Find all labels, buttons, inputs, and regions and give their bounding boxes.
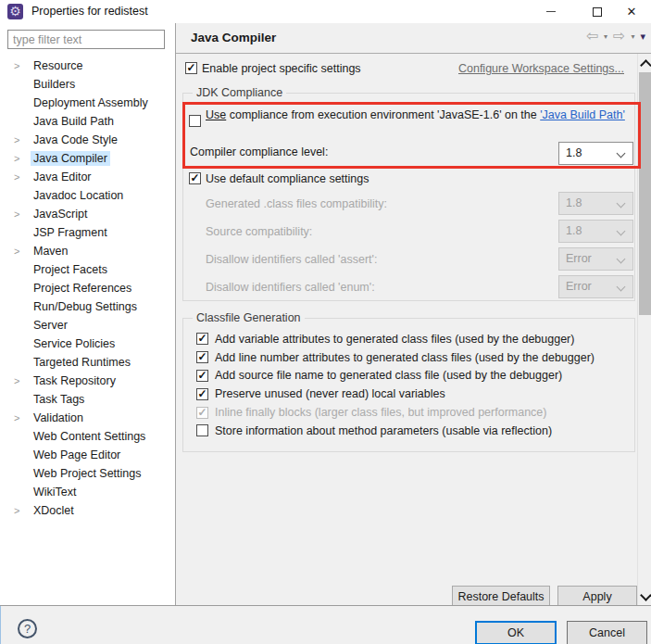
classfile-option-inline-finally-blocks-larger-class-files: ✓Inline finally blocks (larger class fil… xyxy=(196,403,632,422)
sidebar-item-web-page-editor[interactable]: >Web Page Editor xyxy=(0,446,175,464)
sidebar-item-run-debug-settings[interactable]: >Run/Debug Settings xyxy=(0,297,175,316)
classfile-option-checkbox[interactable]: ✓ xyxy=(196,388,208,400)
close-button[interactable]: ✕ xyxy=(612,0,651,23)
sidebar-item-project-references[interactable]: >Project References xyxy=(0,279,175,297)
classfile-option-label: Store information about method parameter… xyxy=(215,424,552,437)
sidebar-item-project-facets[interactable]: >Project Facets xyxy=(0,260,175,279)
scrollbar-thumb[interactable] xyxy=(639,72,651,315)
java-build-path-link[interactable]: 'Java Build Path' xyxy=(540,108,625,121)
sidebar-item-builders[interactable]: >Builders xyxy=(0,75,175,94)
sidebar-item-web-project-settings[interactable]: >Web Project Settings xyxy=(0,464,175,483)
use-compliance-checkbox[interactable] xyxy=(189,115,201,127)
sidebar-item-label: Web Content Settings xyxy=(31,429,148,444)
sidebar-item-task-repository[interactable]: >Task Repository xyxy=(0,372,175,390)
sidebar-item-java-code-style[interactable]: >Java Code Style xyxy=(0,131,175,149)
sidebar-item-service-policies[interactable]: >Service Policies xyxy=(0,335,175,353)
sidebar-item-resource[interactable]: >Resource xyxy=(0,57,175,75)
classfile-option-checkbox[interactable]: ✓ xyxy=(196,333,208,345)
ok-button[interactable]: OK xyxy=(475,621,557,644)
compliance-row-value: 1.8 xyxy=(566,224,582,237)
compliance-row-label: Source compatibility: xyxy=(206,225,312,238)
compliance-row-value: Error xyxy=(566,252,592,265)
expand-chevron-icon[interactable]: > xyxy=(14,60,31,71)
sidebar-item-targeted-runtimes[interactable]: >Targeted Runtimes xyxy=(0,353,175,372)
expand-chevron-icon[interactable]: > xyxy=(14,208,31,220)
expand-chevron-icon[interactable]: > xyxy=(14,134,31,145)
sidebar-item-label: Web Project Settings xyxy=(31,466,144,481)
expand-chevron-icon[interactable]: > xyxy=(14,246,31,257)
sidebar-item-wikitext[interactable]: >WikiText xyxy=(0,483,175,501)
sidebar-item-jsp-fragment[interactable]: >JSP Fragment xyxy=(0,223,175,242)
sidebar-item-xdoclet[interactable]: >XDoclet xyxy=(0,501,175,520)
close-icon: ✕ xyxy=(627,5,637,19)
check-icon: ✓ xyxy=(197,350,207,363)
back-dropdown-icon[interactable]: ▾ xyxy=(604,32,607,41)
sidebar-item-label: Java Build Path xyxy=(31,114,117,129)
sidebar-item-label: WikiText xyxy=(31,485,80,499)
compliance-row-select: 1.8 xyxy=(558,220,633,243)
nav-toolbar: ⇦ ▾ ⇨ ▾ ▾ xyxy=(586,28,645,44)
classfile-generation-group-title: Classfile Generation xyxy=(193,311,305,324)
restore-defaults-button[interactable]: Restore Defaults xyxy=(452,586,550,605)
classfile-option-checkbox[interactable]: ✓ xyxy=(196,370,208,382)
classfile-option-label: Inline finally blocks (larger class file… xyxy=(215,406,546,419)
classfile-option-checkbox[interactable] xyxy=(196,424,208,436)
cancel-button[interactable]: Cancel xyxy=(567,621,647,644)
sidebar-item-label: Project References xyxy=(31,281,134,296)
apply-button[interactable]: Apply xyxy=(557,586,637,605)
sidebar-item-javascript[interactable]: >JavaScript xyxy=(0,205,175,223)
classfile-option-add-line-number-attributes-to-generated-: ✓Add line number attributes to generated… xyxy=(196,348,632,367)
scroll-down-icon[interactable] xyxy=(640,589,651,601)
expand-chevron-icon[interactable]: > xyxy=(14,171,31,183)
filter-input[interactable] xyxy=(7,30,165,49)
enable-project-settings-checkbox[interactable]: ✓ xyxy=(185,62,197,74)
sidebar-item-label: Targeted Runtimes xyxy=(31,355,133,370)
sidebar-item-task-tags[interactable]: >Task Tags xyxy=(0,390,175,409)
expand-chevron-icon[interactable]: > xyxy=(14,375,31,386)
compiler-compliance-level-value: 1.8 xyxy=(566,146,582,159)
content-header: Java Compiler ⇦ ▾ ⇨ ▾ ▾ xyxy=(176,23,651,54)
vertical-scrollbar[interactable] xyxy=(637,54,651,605)
minimize-icon xyxy=(546,11,556,12)
sidebar-item-label: Server xyxy=(31,318,70,333)
properties-dialog: ⚙ Properties for redistest ✕ >Resource>B… xyxy=(0,0,651,644)
sidebar-item-java-build-path[interactable]: >Java Build Path xyxy=(0,112,175,131)
use-compliance-label: Use compliance from execution environmen… xyxy=(206,107,627,122)
help-button[interactable]: ? xyxy=(18,619,37,638)
sidebar-item-java-editor[interactable]: >Java Editor xyxy=(0,168,175,186)
forward-dropdown-icon[interactable]: ▾ xyxy=(631,32,634,41)
sidebar-item-validation[interactable]: >Validation xyxy=(0,409,175,427)
sidebar-item-label: Web Page Editor xyxy=(31,448,123,462)
minimize-button[interactable] xyxy=(532,0,570,23)
view-menu-icon[interactable]: ▾ xyxy=(640,31,645,43)
classfile-option-checkbox[interactable]: ✓ xyxy=(196,351,208,363)
use-default-compliance-checkbox[interactable]: ✓ xyxy=(189,172,201,184)
sidebar-item-server[interactable]: >Server xyxy=(0,316,175,335)
content-pane: ✓ Enable project specific settings Confi… xyxy=(176,54,637,605)
check-icon: ✓ xyxy=(197,369,207,382)
classfile-options: ✓Add variable attributes to generated cl… xyxy=(196,330,632,440)
sidebar-item-label: Builders xyxy=(31,77,78,92)
classfile-generation-group: Classfile Generation ✓Add variable attri… xyxy=(182,318,635,452)
back-icon[interactable]: ⇦ xyxy=(586,28,598,44)
configure-workspace-settings-link[interactable]: Configure Workspace Settings... xyxy=(458,62,624,75)
sidebar-item-web-content-settings[interactable]: >Web Content Settings xyxy=(0,427,175,446)
compiler-compliance-level-select[interactable]: 1.8 xyxy=(558,142,633,165)
expand-chevron-icon[interactable]: > xyxy=(14,412,31,423)
compliance-row-label: Disallow identifiers called 'assert': xyxy=(206,253,377,266)
sidebar-item-javadoc-location[interactable]: >Javadoc Location xyxy=(0,186,175,205)
maximize-button[interactable] xyxy=(578,0,617,23)
compliance-row-select: Error xyxy=(558,247,633,271)
sidebar-tree: >Resource>Builders>Deployment Assembly>J… xyxy=(0,57,175,520)
sidebar-item-maven[interactable]: >Maven xyxy=(0,242,175,260)
scroll-up-icon[interactable] xyxy=(640,59,651,71)
check-icon: ✓ xyxy=(197,387,207,400)
sidebar-item-label: JSP Fragment xyxy=(31,225,110,240)
expand-chevron-icon[interactable]: > xyxy=(14,505,31,516)
sidebar-item-java-compiler[interactable]: >Java Compiler xyxy=(0,149,175,168)
expand-chevron-icon[interactable]: > xyxy=(14,153,31,164)
forward-icon[interactable]: ⇨ xyxy=(613,28,625,44)
sidebar-item-deployment-assembly[interactable]: >Deployment Assembly xyxy=(0,94,175,112)
check-icon: ✓ xyxy=(197,406,207,419)
help-icon: ? xyxy=(24,622,31,636)
